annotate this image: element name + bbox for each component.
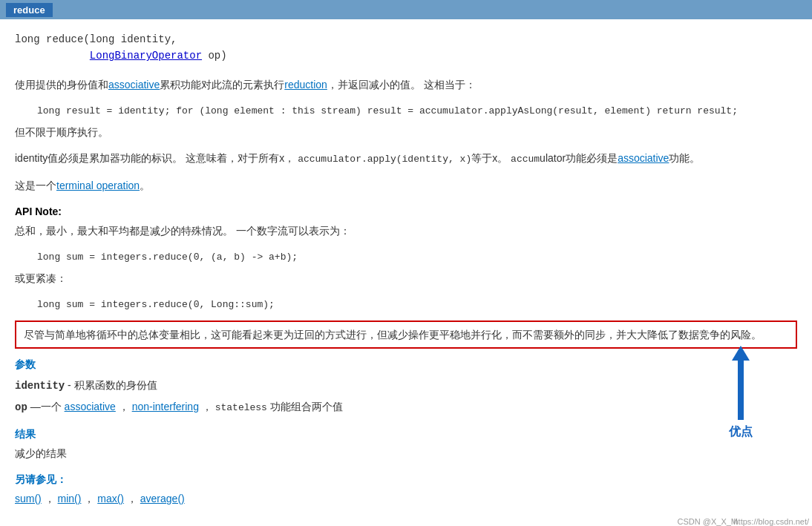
associative-link-1[interactable]: associative [108, 79, 160, 91]
code-block-1: long result = identity; for (long elemen… [37, 103, 797, 119]
annotation-area: 优点 [729, 346, 753, 440]
title-bar: reduce [0, 0, 812, 19]
api-note-label: API Note: [15, 203, 797, 221]
desc3-text2: 等于x。 accumulator功能必须是 [471, 152, 618, 164]
csdn-watermark: CSDN @X_X_M [678, 517, 738, 526]
associative-link-3[interactable]: associative [65, 401, 116, 412]
sum-link[interactable]: sum() [15, 493, 42, 504]
param-op-name: op [15, 401, 27, 413]
code-block-3: long sum = integers.reduce(0, Long::sum)… [37, 297, 797, 313]
code1-text: long result = identity; for (long elemen… [37, 105, 738, 116]
see-also-links: sum() ， min() ， max() ， average() [15, 490, 797, 508]
desc3-text3: 功能。 [669, 152, 700, 164]
non-interfering-link[interactable]: non-interfering [132, 401, 199, 412]
method-line1: long reduce(long identity, [15, 33, 177, 45]
see-also-section: 另请参见： sum() ， min() ， max() ， average() [15, 471, 797, 508]
csdn-text: CSDN @X_X_M [678, 517, 738, 526]
see-also-label: 另请参见： [15, 471, 797, 489]
max-link[interactable]: max() [97, 493, 124, 504]
desc1-text2: 累积功能对此流的元素执行 [160, 79, 284, 91]
result-section: 结果 减少的结果 [15, 426, 797, 463]
code-inline-2: accum [511, 154, 540, 165]
param-identity-name: identity [15, 380, 65, 392]
url-text: https://blog.csdn.net/ [733, 517, 809, 526]
desc4-text1: 这是一个 [15, 180, 56, 191]
title-tab: reduce [6, 3, 53, 17]
api-note-text: 总和，最小，最大和平均都是减少的特殊情况。 一个数字流可以表示为： [15, 223, 797, 240]
param-op-desc: 功能组合两个值 [270, 401, 343, 412]
param-identity-sep: - [68, 379, 74, 391]
page-wrapper: reduce long reduce(long identity, LongBi… [0, 0, 812, 526]
result-label: 结果 [15, 426, 797, 444]
highlighted-note: 尽管与简单地将循环中的总体变量相比，这可能看起来更为迂回的方式进行，但减少操作更… [15, 320, 797, 349]
description-4: 这是一个terminal operation。 [15, 177, 797, 195]
desc1-text1: 使用提供的身份值和 [15, 79, 108, 91]
desc2-text: 但不限于顺序执行。 [15, 126, 108, 138]
param-op-sep2: ， [119, 401, 129, 412]
arrow-shaft [738, 361, 744, 420]
reduction-link[interactable]: reduction [284, 79, 327, 91]
params-section: 参数 identity - 积累函数的身份值 op —一个 associativ… [15, 356, 797, 416]
min-link[interactable]: min() [58, 493, 82, 504]
annotation-label: 优点 [729, 424, 753, 440]
type-link[interactable]: LongBinaryOperator [90, 50, 202, 62]
params-label: 参数 [15, 356, 797, 374]
stateless-text: stateless [215, 402, 267, 413]
method-signature: long reduce(long identity, LongBinaryOpe… [15, 31, 797, 65]
description-2: 但不限于顺序执行。 [15, 124, 797, 142]
param-op-sep: —一个 [30, 401, 65, 412]
desc4-text2: 。 [140, 180, 150, 191]
result-text: 减少的结果 [15, 445, 797, 463]
method-line2: LongBinaryOperator op) [15, 50, 227, 62]
sep2: ， [84, 493, 94, 504]
url-watermark: https://blog.csdn.net/ [733, 517, 809, 526]
associative-link-2[interactable]: associative [618, 152, 669, 164]
desc3-text1: identity值必须是累加器功能的标识。 这意味着，对于所有x， [15, 152, 298, 164]
param-identity: identity - 积累函数的身份值 [15, 377, 797, 395]
terminal-operation-link[interactable]: terminal operation [56, 180, 140, 191]
code-block-2: long sum = integers.reduce(0, (a, b) -> … [37, 249, 797, 266]
description-1: 使用提供的身份值和associative累积功能对此流的元素执行reductio… [15, 76, 797, 94]
code-inline-1: accumulator.apply(identity, x) [298, 154, 471, 165]
param-op-sep3: ， [202, 401, 212, 412]
description-5: 或更紧凑： [15, 270, 797, 288]
average-link[interactable]: average() [140, 493, 185, 504]
desc1-text3: ，并返回减小的值。 这相当于： [327, 79, 476, 91]
api-note-section: API Note: 总和，最小，最大和平均都是减少的特殊情况。 一个数字流可以表… [15, 203, 797, 240]
param-op: op —一个 associative ， non-interfering ， s… [15, 398, 797, 417]
arrow-up-icon [732, 346, 750, 361]
content-area: long reduce(long identity, LongBinaryOpe… [0, 19, 812, 526]
sep3: ， [127, 493, 137, 504]
sep1: ， [45, 493, 55, 504]
description-3: identity值必须是累加器功能的标识。 这意味着，对于所有x， accumu… [15, 150, 797, 168]
param-identity-desc: 积累函数的身份值 [74, 379, 157, 391]
